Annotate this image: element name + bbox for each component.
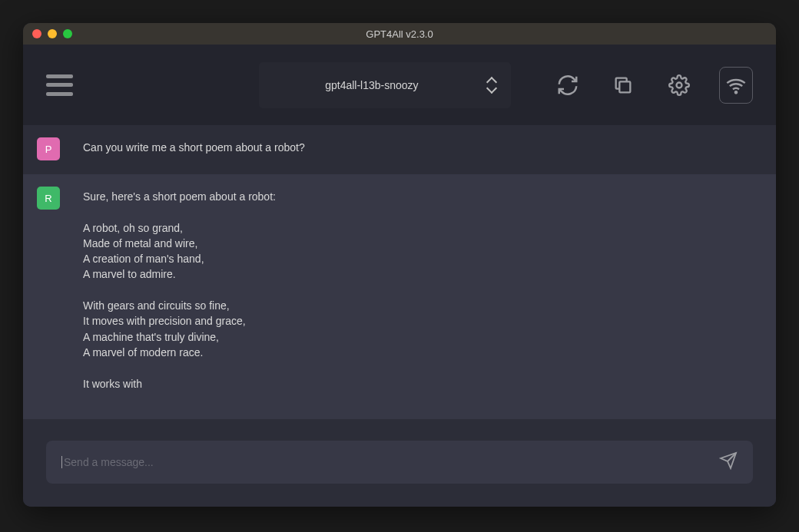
gear-icon xyxy=(668,74,690,96)
minimize-window-button[interactable] xyxy=(48,29,57,38)
copy-button[interactable] xyxy=(608,68,638,102)
titlebar: GPT4All v2.3.0 xyxy=(23,23,776,45)
text-cursor xyxy=(61,456,62,468)
send-icon xyxy=(719,451,738,470)
avatar: P xyxy=(37,137,60,160)
avatar: R xyxy=(37,187,60,210)
settings-button[interactable] xyxy=(664,68,695,102)
close-window-button[interactable] xyxy=(32,29,41,38)
stop-generating-row: Stop generating xyxy=(23,405,776,419)
reload-icon xyxy=(556,74,579,97)
svg-point-1 xyxy=(676,82,681,88)
model-name-label: gpt4all-l13b-snoozy xyxy=(325,79,418,91)
message-text: Can you write me a short poem about a ro… xyxy=(83,137,305,160)
wifi-icon xyxy=(725,74,747,96)
network-button[interactable] xyxy=(719,67,753,104)
chevron-updown-icon xyxy=(486,77,497,94)
send-button[interactable] xyxy=(719,451,738,473)
svg-rect-0 xyxy=(620,81,631,92)
window-controls xyxy=(32,29,72,38)
copy-icon xyxy=(612,74,634,96)
message-text: Sure, here's a short poem about a robot:… xyxy=(83,187,276,392)
model-selector[interactable]: gpt4all-l13b-snoozy xyxy=(259,62,511,108)
toolbar: gpt4all-l13b-snoozy xyxy=(23,45,776,125)
chat-area: P Can you write me a short poem about a … xyxy=(23,125,776,419)
hamburger-icon xyxy=(46,74,73,78)
chat-message-user: P Can you write me a short poem about a … xyxy=(23,125,776,174)
menu-button[interactable] xyxy=(46,73,73,97)
message-input[interactable] xyxy=(64,456,719,468)
svg-point-2 xyxy=(735,91,737,93)
app-window: GPT4All v2.3.0 gpt4all-l13b-snoozy xyxy=(23,23,776,507)
input-wrapper xyxy=(46,441,753,484)
input-area xyxy=(23,419,776,507)
window-title: GPT4All v2.3.0 xyxy=(366,28,433,40)
reload-button[interactable] xyxy=(552,68,583,102)
maximize-window-button[interactable] xyxy=(63,29,72,38)
chat-message-assistant: R Sure, here's a short poem about a robo… xyxy=(23,174,776,405)
